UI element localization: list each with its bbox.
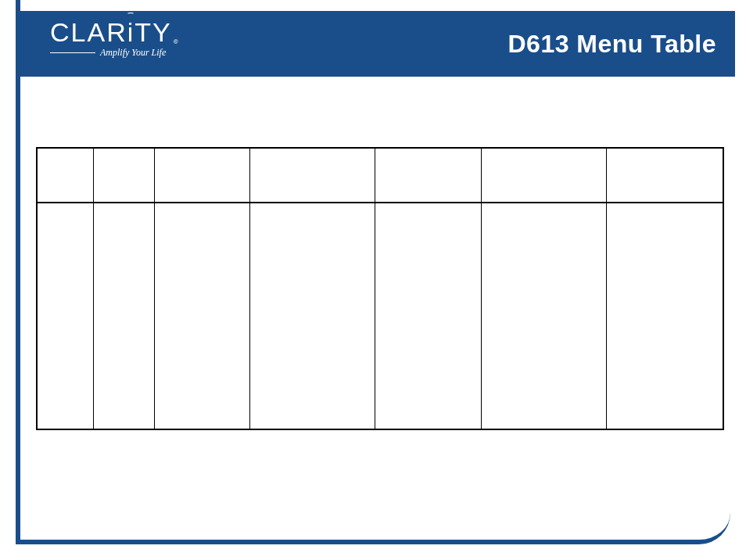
table-header-cell [154,148,249,203]
table-cell [93,203,154,429]
table-cell [154,203,249,429]
brand-tagline: Amplify Your Life [100,47,166,59]
table-cell [249,203,375,429]
page-title: D613 Menu Table [507,30,716,59]
table-header-cell [249,148,375,203]
brand-name: CLARiTY® [50,19,180,45]
table-header-cell [606,148,723,203]
table-cell [37,203,93,429]
table-cell [375,203,481,429]
table-header-cell [93,148,154,203]
registered-mark: ® [174,39,180,45]
brand-logo: CLARiTY® Amplify Your Life [50,19,180,59]
table-header-cell [481,148,606,203]
slide-frame: CLARiTY® Amplify Your Life D613 Menu Tab… [16,0,730,544]
table-header-cell [375,148,481,203]
table-row [37,203,723,429]
menu-table [36,147,724,430]
table-header-cell [37,148,93,203]
brand-tagline-row: Amplify Your Life [50,47,180,59]
table-header-row [37,148,723,203]
divider-line [50,52,95,53]
wifi-arc-icon: i [127,19,135,45]
table-cell [481,203,606,429]
table-cell [606,203,723,429]
header-bar: CLARiTY® Amplify Your Life D613 Menu Tab… [16,11,735,77]
content-area [36,147,723,430]
